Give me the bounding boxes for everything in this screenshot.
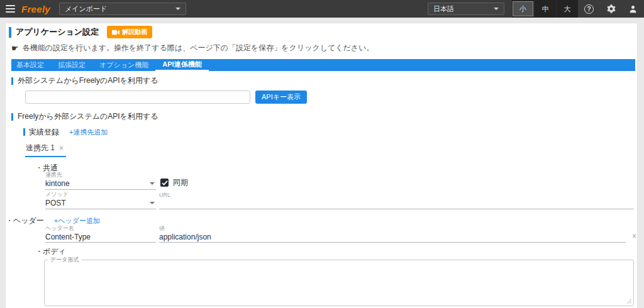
header-entry-row: ヘッダー名 値 × [45, 225, 637, 243]
add-destination-link[interactable]: +連携先追加 [69, 128, 108, 137]
page-title-row: アプリケーション設定 解説動画 [9, 26, 637, 38]
header-name-field: ヘッダー名 [45, 225, 156, 243]
language-select-value: 日本語 [433, 4, 454, 14]
destination-tab-label: 連携先 1 [26, 143, 55, 153]
remove-header-icon[interactable]: × [632, 232, 636, 241]
chevron-down-icon [175, 8, 180, 10]
hamburger-bar [6, 5, 15, 6]
page-subtitle: 各機能の設定を行います。操作を終了する際は、ページ下の「設定を保存」をクリックし… [23, 43, 374, 53]
tab-api-features[interactable]: API連係機能 [155, 59, 208, 71]
page-subtitle-row: ☛ 各機能の設定を行います。操作を終了する際は、ページ下の「設定を保存」をクリッ… [11, 43, 637, 52]
gear-icon[interactable] [600, 0, 622, 18]
header-name-label: ヘッダー名 [45, 225, 156, 231]
settings-tabbar: 基本設定 拡張設定 オプション機能 API連係機能 [11, 59, 635, 71]
tutorial-video-label: 解説動画 [122, 28, 147, 36]
board-select[interactable]: メインボード [59, 3, 186, 15]
account-icon[interactable] [622, 0, 644, 18]
api-outbound-heading: Freelyから外部システムのAPIを利用する [18, 111, 158, 122]
font-size-group: 小 中 大 [512, 0, 578, 18]
sync-label: 同期 [173, 177, 188, 188]
method-field[interactable]: メソッド POST [45, 191, 156, 209]
help-glyph: ? [584, 4, 594, 14]
show-api-key-button[interactable]: APIキー表示 [255, 91, 307, 104]
common-section-label: ・共通 [35, 163, 637, 171]
headers-section-label: ・ヘッダー [6, 216, 44, 226]
font-size-small-button[interactable]: 小 [513, 1, 533, 16]
url-field-label: URL [159, 192, 634, 198]
heading-accent-bar [11, 77, 13, 85]
destination-field-label: 連携先 [45, 172, 156, 178]
body-section-label: ・ボディ [35, 246, 637, 255]
common-row-2: メソッド POST URL [45, 191, 634, 209]
topbar: Freely メインボード 日本語 小 中 大 ? [0, 0, 644, 18]
sync-checkbox[interactable] [160, 179, 169, 187]
page-title: アプリケーション設定 [16, 26, 99, 38]
headers-section-row: ・ヘッダー +ヘッダー追加 [6, 217, 637, 225]
font-size-large-button[interactable]: 大 [556, 0, 578, 18]
title-accent-bar [9, 27, 11, 38]
hamburger-bar [6, 11, 15, 13]
destination-select[interactable]: kintone [45, 178, 156, 190]
tab-extended-settings[interactable]: 拡張設定 [51, 59, 92, 71]
url-input[interactable] [159, 198, 634, 209]
add-header-link[interactable]: +ヘッダー追加 [54, 216, 100, 226]
hamburger-menu-icon[interactable] [6, 5, 15, 13]
hamburger-bar [6, 8, 15, 9]
chevron-down-icon [494, 8, 499, 10]
method-select-value: POST [45, 199, 66, 207]
language-select[interactable]: 日本語 [428, 3, 504, 15]
destination-tab[interactable]: 連携先 1 × [25, 141, 66, 157]
tutorial-video-button[interactable]: 解説動画 [107, 26, 152, 38]
chevron-down-icon [150, 202, 155, 204]
header-value-field: 値 [159, 225, 626, 243]
data-format-legend: データ形式 [48, 256, 81, 264]
header-name-input[interactable] [45, 231, 156, 243]
destination-field[interactable]: 連携先 kintone [45, 172, 156, 190]
app-window: Freely メインボード 日本語 小 中 大 ? [0, 0, 644, 308]
destination-select-value: kintone [45, 179, 70, 188]
header-value-input[interactable] [159, 231, 626, 243]
topbar-right: 日本語 小 中 大 ? [428, 0, 644, 18]
method-field-label: メソッド [45, 191, 156, 197]
header-value-label: 値 [159, 225, 626, 231]
common-row-1: 連携先 kintone 同期 [45, 172, 634, 190]
check-icon [162, 180, 168, 185]
api-inbound-heading-row: 外部システムからFreelyのAPIを利用する [11, 77, 637, 85]
tab-option-features[interactable]: オプション機能 [92, 59, 155, 71]
api-outbound-heading-row: Freelyから外部システムのAPIを利用する [11, 113, 637, 121]
close-icon[interactable]: × [59, 144, 64, 153]
settings-card: アプリケーション設定 解説動画 ☛ 各機能の設定を行います。操作を終了する際は、… [5, 23, 638, 308]
app-logo: Freely [21, 4, 50, 14]
resize-grip-icon[interactable] [626, 299, 632, 304]
api-key-input[interactable] [25, 91, 250, 104]
board-select-value: メインボード [65, 4, 107, 14]
api-key-row: APIキー表示 [25, 90, 637, 104]
chevron-down-icon [150, 182, 155, 185]
result-register-title: 実績登録 [29, 127, 59, 138]
tab-basic-settings[interactable]: 基本設定 [11, 59, 51, 71]
pointing-hand-icon: ☛ [11, 43, 19, 53]
group-accent-bar [23, 128, 25, 136]
method-select[interactable]: POST [45, 197, 156, 209]
url-field: URL [159, 192, 634, 209]
video-camera-icon [112, 30, 119, 35]
data-format-fieldset: データ形式 [44, 256, 634, 306]
api-inbound-heading: 外部システムからFreelyのAPIを利用する [18, 75, 158, 86]
data-format-textarea[interactable] [45, 264, 633, 303]
sync-checkbox-row: 同期 [160, 177, 188, 188]
help-icon[interactable]: ? [578, 0, 600, 18]
font-size-medium-button[interactable]: 中 [534, 0, 556, 18]
heading-accent-bar [11, 113, 13, 121]
result-register-group-row: 実績登録 +連携先追加 [23, 128, 637, 136]
